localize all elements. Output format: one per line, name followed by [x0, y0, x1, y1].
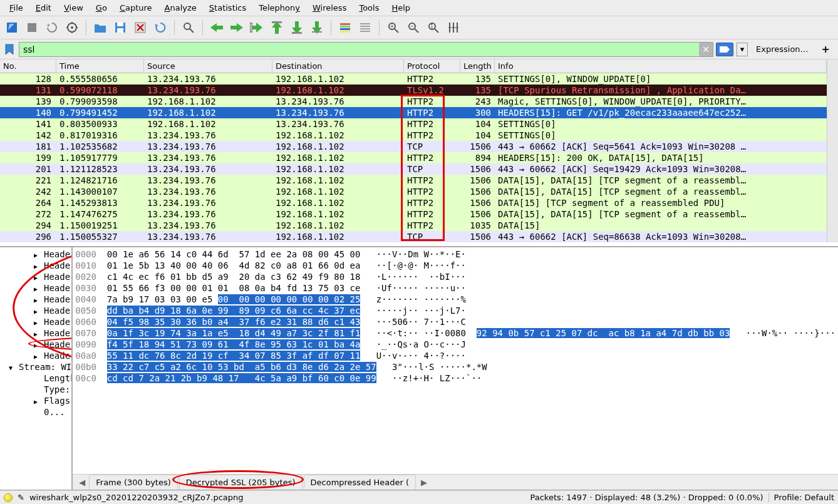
- details-tree-item[interactable]: ▶Header: :path: /v1/pk_20ecac233aaaee647…: [0, 260, 71, 271]
- packet-row[interactable]: 1991.10591777913.234.193.76192.168.1.102…: [0, 152, 827, 163]
- expert-info-icon[interactable]: [4, 493, 13, 502]
- svg-rect-18: [272, 21, 282, 23]
- details-tree-item[interactable]: ▶Flags: 0x00: [0, 395, 71, 406]
- column-no[interactable]: No.: [0, 59, 56, 73]
- hex-dump[interactable]: 0000 00 1e a6 56 14 c0 44 6d 57 1d ee 2a…: [73, 247, 838, 474]
- details-tree-item[interactable]: ▶Header: :method: GET: [0, 249, 71, 260]
- bookmark-filter-icon[interactable]: [3, 43, 16, 56]
- details-tree-item[interactable]: Type: WINDOW_UPDATE (8): [0, 384, 71, 395]
- packet-row[interactable]: 1390.799093598192.168.1.10213.234.193.76…: [0, 96, 827, 107]
- menu-analyze[interactable]: Analyze: [158, 1, 203, 14]
- zoom-reset-button[interactable]: 1: [425, 19, 442, 36]
- stop-capture-button[interactable]: [23, 19, 41, 36]
- column-info[interactable]: Info: [495, 59, 827, 73]
- edit-capture-icon[interactable]: ✎: [18, 493, 24, 502]
- packet-row[interactable]: 2721.14747627513.234.193.76192.168.1.102…: [0, 208, 827, 220]
- svg-line-15: [190, 29, 194, 33]
- details-tree-item[interactable]: ▶Header: user-agent: Mozilla/5.0 (X11; U…: [0, 294, 71, 305]
- display-filter-input[interactable]: [19, 42, 713, 57]
- svg-rect-10: [117, 28, 123, 33]
- packet-row[interactable]: 2211.12482171613.234.193.76192.168.1.102…: [0, 175, 827, 186]
- packet-row[interactable]: 1280.55558065613.234.193.76192.168.1.102…: [0, 73, 827, 85]
- column-protocol[interactable]: Protocol: [404, 59, 460, 73]
- filter-history-dropdown[interactable]: ▾: [737, 43, 748, 56]
- packet-details-pane[interactable]: ▶Header: :method: GET▶Header: :path: /v1…: [0, 247, 73, 490]
- column-length[interactable]: Length: [460, 59, 495, 73]
- packet-row[interactable]: 2641.14529381313.234.193.76192.168.1.102…: [0, 197, 827, 208]
- go-last-button[interactable]: [288, 19, 306, 36]
- tab-scroll-left[interactable]: ◀: [75, 476, 89, 488]
- save-file-button[interactable]: [111, 19, 129, 36]
- restart-capture-button[interactable]: [43, 19, 61, 36]
- start-capture-button[interactable]: [3, 19, 21, 36]
- packet-list-header[interactable]: No. Time Source Destination Protocol Len…: [0, 59, 827, 73]
- colorize-button[interactable]: [336, 19, 354, 36]
- resize-columns-button[interactable]: [445, 19, 462, 36]
- column-destination[interactable]: Destination: [272, 59, 404, 73]
- details-tree-item[interactable]: ▶Header: referer: https://www.upwork.com…: [0, 339, 71, 350]
- go-back-button[interactable]: [208, 19, 225, 36]
- menu-edit[interactable]: Edit: [29, 1, 58, 14]
- go-forward-button[interactable]: [228, 19, 246, 36]
- menu-capture[interactable]: Capture: [113, 1, 158, 14]
- menu-file[interactable]: File: [3, 1, 29, 14]
- goto-packet-button[interactable]: [248, 19, 266, 36]
- apply-filter-button[interactable]: [716, 43, 733, 56]
- menu-help[interactable]: Help: [385, 1, 416, 14]
- clear-filter-button[interactable]: ✕: [699, 43, 713, 56]
- reload-file-button[interactable]: [152, 19, 169, 36]
- packet-list-scrollbar[interactable]: [827, 59, 838, 242]
- packet-row[interactable]: 1400.799491452192.168.1.10213.234.193.76…: [0, 107, 827, 118]
- status-profile[interactable]: Profile: Default: [768, 493, 834, 502]
- column-time[interactable]: Time: [56, 59, 144, 73]
- zoom-in-button[interactable]: [385, 19, 402, 36]
- details-tree-item[interactable]: ▼Stream: WINDOW_UPDATE, Stream ID: 15, L…: [0, 361, 71, 373]
- tab-decrypted-ssl[interactable]: Decrypted SSL (205 bytes): [179, 475, 303, 490]
- packet-row[interactable]: 2011.12112852313.234.193.76192.168.1.102…: [0, 163, 827, 175]
- details-tree-item[interactable]: ▶Header: accept-language: en-US,en;q=0.5: [0, 316, 71, 327]
- svg-line-34: [415, 29, 418, 33]
- tab-frame[interactable]: Frame (300 bytes): [89, 475, 178, 490]
- svg-line-30: [395, 29, 398, 33]
- packet-row[interactable]: 1410.803500933192.168.1.10213.234.193.76…: [0, 118, 827, 130]
- svg-line-37: [435, 29, 438, 33]
- svg-rect-1: [28, 23, 36, 32]
- menu-tools[interactable]: Tools: [353, 1, 385, 14]
- menu-go[interactable]: Go: [90, 1, 113, 14]
- open-file-button[interactable]: [91, 19, 109, 36]
- column-source[interactable]: Source: [144, 59, 272, 73]
- menu-statistics[interactable]: Statistics: [203, 1, 252, 14]
- close-file-button[interactable]: [132, 19, 149, 36]
- details-tree-item[interactable]: ▶Header: te: trailers: [0, 350, 71, 361]
- find-packet-button[interactable]: [180, 19, 197, 36]
- tab-decompressed-header[interactable]: Decompressed Header (: [304, 475, 416, 490]
- svg-text:1: 1: [430, 24, 433, 29]
- zoom-out-button[interactable]: [405, 19, 422, 36]
- tab-scroll-right[interactable]: ▶: [417, 476, 431, 488]
- packet-row[interactable]: 2941.15001925113.234.193.76192.168.1.102…: [0, 220, 827, 231]
- go-first-button[interactable]: [268, 19, 286, 36]
- svg-point-3: [71, 26, 73, 29]
- packet-row[interactable]: 2961.15005532713.234.193.76192.168.1.102…: [0, 231, 827, 242]
- display-filter-bar: ✕ ▾ Expression… +: [0, 39, 838, 59]
- capture-options-button[interactable]: [63, 19, 81, 36]
- packet-row[interactable]: 1420.81701931613.234.193.76192.168.1.102…: [0, 130, 827, 141]
- auto-scroll-live-button[interactable]: [356, 19, 374, 36]
- menu-view[interactable]: View: [58, 1, 90, 14]
- packet-row[interactable]: 1310.59907211813.234.193.76192.168.1.102…: [0, 85, 827, 96]
- details-tree-item[interactable]: ▶Header: :scheme: https: [0, 282, 71, 294]
- menu-wireless[interactable]: Wireless: [306, 1, 353, 14]
- packet-row[interactable]: 1811.10253568213.234.193.76192.168.1.102…: [0, 141, 827, 152]
- details-tree-item[interactable]: 0... .... .... .... .... .... .... .... …: [0, 406, 71, 418]
- menu-bar: File Edit View Go Capture Analyze Statis…: [0, 0, 838, 16]
- filter-expression-button[interactable]: Expression…: [751, 43, 814, 56]
- auto-scroll-button[interactable]: [308, 19, 326, 36]
- packet-row[interactable]: 2421.14300010713.234.193.76192.168.1.102…: [0, 186, 827, 197]
- add-filter-button[interactable]: +: [817, 41, 835, 57]
- details-tree-item[interactable]: ▶Header: :authority: x.clearbitjs.com: [0, 271, 71, 282]
- menu-telephony[interactable]: Telephony: [252, 1, 306, 14]
- details-tree-item[interactable]: ▶Header: accept: */*: [0, 305, 71, 316]
- main-toolbar: 1: [0, 16, 838, 39]
- details-tree-item[interactable]: Length: 4: [0, 373, 71, 384]
- details-tree-item[interactable]: ▶Header: accept-encoding: gzip, deflate,…: [0, 327, 71, 339]
